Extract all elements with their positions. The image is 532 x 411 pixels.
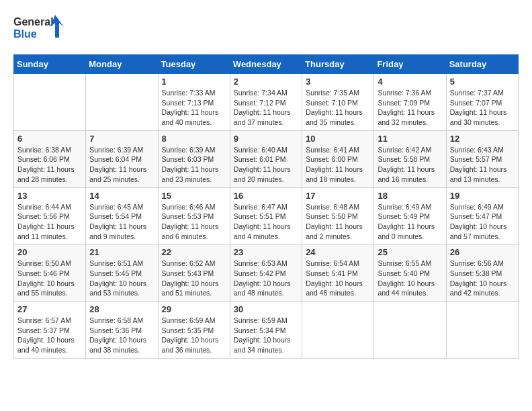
svg-text:Blue: Blue xyxy=(13,28,37,40)
day-number: 20 xyxy=(17,247,82,257)
day-info: Sunrise: 6:59 AM Sunset: 5:34 PM Dayligh… xyxy=(234,316,298,355)
calendar-cell: 4Sunrise: 7:36 AM Sunset: 7:09 PM Daylig… xyxy=(374,74,446,131)
day-info: Sunrise: 6:44 AM Sunset: 5:56 PM Dayligh… xyxy=(17,202,82,242)
weekday-header-saturday: Saturday xyxy=(446,55,518,74)
day-number: 23 xyxy=(234,247,298,257)
day-number: 4 xyxy=(378,77,442,87)
calendar-cell: 11Sunrise: 6:42 AM Sunset: 5:58 PM Dayli… xyxy=(374,130,446,187)
weekday-header-wednesday: Wednesday xyxy=(230,55,302,74)
calendar-cell: 20Sunrise: 6:50 AM Sunset: 5:46 PM Dayli… xyxy=(14,244,86,302)
day-number: 2 xyxy=(234,77,298,87)
calendar-cell: 3Sunrise: 7:35 AM Sunset: 7:10 PM Daylig… xyxy=(302,74,374,131)
calendar-cell: 27Sunrise: 6:57 AM Sunset: 5:37 PM Dayli… xyxy=(14,302,86,359)
day-number: 21 xyxy=(89,247,154,257)
day-number: 17 xyxy=(306,191,370,201)
calendar-cell xyxy=(86,74,158,131)
day-info: Sunrise: 6:56 AM Sunset: 5:38 PM Dayligh… xyxy=(450,259,515,298)
calendar-cell xyxy=(446,302,518,359)
week-row-2: 6Sunrise: 6:38 AM Sunset: 6:06 PM Daylig… xyxy=(14,130,519,187)
day-info: Sunrise: 6:39 AM Sunset: 6:04 PM Dayligh… xyxy=(89,145,154,185)
day-info: Sunrise: 6:59 AM Sunset: 5:35 PM Dayligh… xyxy=(162,316,226,355)
calendar-cell: 21Sunrise: 6:51 AM Sunset: 5:45 PM Dayli… xyxy=(86,244,158,302)
calendar-cell: 1Sunrise: 7:33 AM Sunset: 7:13 PM Daylig… xyxy=(158,74,230,131)
day-info: Sunrise: 6:38 AM Sunset: 6:06 PM Dayligh… xyxy=(17,145,82,185)
calendar-cell: 12Sunrise: 6:43 AM Sunset: 5:57 PM Dayli… xyxy=(446,130,518,187)
calendar-cell: 23Sunrise: 6:53 AM Sunset: 5:42 PM Dayli… xyxy=(230,244,302,302)
day-number: 5 xyxy=(450,77,515,87)
day-info: Sunrise: 6:46 AM Sunset: 5:53 PM Dayligh… xyxy=(162,202,226,242)
weekday-header-friday: Friday xyxy=(374,55,446,74)
calendar-cell: 8Sunrise: 6:39 AM Sunset: 6:03 PM Daylig… xyxy=(158,130,230,187)
calendar-cell: 28Sunrise: 6:58 AM Sunset: 5:36 PM Dayli… xyxy=(86,302,158,359)
week-row-3: 13Sunrise: 6:44 AM Sunset: 5:56 PM Dayli… xyxy=(14,187,519,244)
day-info: Sunrise: 6:41 AM Sunset: 6:00 PM Dayligh… xyxy=(306,145,370,185)
day-info: Sunrise: 6:50 AM Sunset: 5:46 PM Dayligh… xyxy=(17,259,82,298)
calendar-cell: 25Sunrise: 6:55 AM Sunset: 5:40 PM Dayli… xyxy=(374,244,446,302)
calendar-cell: 5Sunrise: 7:37 AM Sunset: 7:07 PM Daylig… xyxy=(446,74,518,131)
day-info: Sunrise: 6:53 AM Sunset: 5:42 PM Dayligh… xyxy=(234,259,298,298)
day-number: 12 xyxy=(450,134,515,144)
logo: GeneralBlue xyxy=(13,13,67,44)
day-number: 6 xyxy=(17,134,82,144)
calendar-cell: 30Sunrise: 6:59 AM Sunset: 5:34 PM Dayli… xyxy=(230,302,302,359)
calendar-cell xyxy=(14,74,86,131)
day-info: Sunrise: 7:37 AM Sunset: 7:07 PM Dayligh… xyxy=(450,88,515,128)
weekday-header-row: SundayMondayTuesdayWednesdayThursdayFrid… xyxy=(14,55,519,74)
day-number: 10 xyxy=(306,134,370,144)
day-info: Sunrise: 6:57 AM Sunset: 5:37 PM Dayligh… xyxy=(17,316,82,355)
weekday-header-tuesday: Tuesday xyxy=(158,55,230,74)
day-info: Sunrise: 6:58 AM Sunset: 5:36 PM Dayligh… xyxy=(89,316,154,355)
day-number: 7 xyxy=(89,134,154,144)
day-info: Sunrise: 6:42 AM Sunset: 5:58 PM Dayligh… xyxy=(378,145,442,185)
svg-text:General: General xyxy=(13,16,54,28)
week-row-5: 27Sunrise: 6:57 AM Sunset: 5:37 PM Dayli… xyxy=(14,302,519,359)
day-info: Sunrise: 6:47 AM Sunset: 5:51 PM Dayligh… xyxy=(234,202,298,242)
day-info: Sunrise: 6:43 AM Sunset: 5:57 PM Dayligh… xyxy=(450,145,515,185)
calendar-cell: 10Sunrise: 6:41 AM Sunset: 6:00 PM Dayli… xyxy=(302,130,374,187)
day-number: 27 xyxy=(17,304,82,314)
calendar-cell: 19Sunrise: 6:49 AM Sunset: 5:47 PM Dayli… xyxy=(446,187,518,244)
weekday-header-thursday: Thursday xyxy=(302,55,374,74)
day-number: 29 xyxy=(162,304,226,314)
day-number: 15 xyxy=(162,191,226,201)
day-number: 28 xyxy=(89,304,154,314)
day-info: Sunrise: 6:52 AM Sunset: 5:43 PM Dayligh… xyxy=(162,259,226,298)
day-number: 18 xyxy=(378,191,442,201)
calendar-cell: 22Sunrise: 6:52 AM Sunset: 5:43 PM Dayli… xyxy=(158,244,230,302)
day-info: Sunrise: 6:45 AM Sunset: 5:54 PM Dayligh… xyxy=(89,202,154,242)
day-number: 11 xyxy=(378,134,442,144)
day-info: Sunrise: 6:39 AM Sunset: 6:03 PM Dayligh… xyxy=(162,145,226,185)
calendar-cell xyxy=(302,302,374,359)
day-info: Sunrise: 6:55 AM Sunset: 5:40 PM Dayligh… xyxy=(378,259,442,298)
weekday-header-sunday: Sunday xyxy=(14,55,86,74)
calendar-table: SundayMondayTuesdayWednesdayThursdayFrid… xyxy=(13,54,519,359)
day-number: 25 xyxy=(378,247,442,257)
logo-svg: GeneralBlue xyxy=(13,13,67,44)
day-number: 24 xyxy=(306,247,370,257)
page-header: GeneralBlue xyxy=(13,13,519,44)
day-number: 1 xyxy=(162,77,226,87)
calendar-cell: 24Sunrise: 6:54 AM Sunset: 5:41 PM Dayli… xyxy=(302,244,374,302)
day-number: 14 xyxy=(89,191,154,201)
calendar-cell: 18Sunrise: 6:49 AM Sunset: 5:49 PM Dayli… xyxy=(374,187,446,244)
calendar-cell: 14Sunrise: 6:45 AM Sunset: 5:54 PM Dayli… xyxy=(86,187,158,244)
day-info: Sunrise: 7:34 AM Sunset: 7:12 PM Dayligh… xyxy=(234,88,298,128)
day-number: 9 xyxy=(234,134,298,144)
day-info: Sunrise: 7:36 AM Sunset: 7:09 PM Dayligh… xyxy=(378,88,442,128)
day-info: Sunrise: 6:40 AM Sunset: 6:01 PM Dayligh… xyxy=(234,145,298,185)
calendar-cell: 26Sunrise: 6:56 AM Sunset: 5:38 PM Dayli… xyxy=(446,244,518,302)
day-number: 19 xyxy=(450,191,515,201)
calendar-cell: 13Sunrise: 6:44 AM Sunset: 5:56 PM Dayli… xyxy=(14,187,86,244)
day-number: 3 xyxy=(306,77,370,87)
day-number: 26 xyxy=(450,247,515,257)
calendar-cell: 9Sunrise: 6:40 AM Sunset: 6:01 PM Daylig… xyxy=(230,130,302,187)
day-info: Sunrise: 6:49 AM Sunset: 5:47 PM Dayligh… xyxy=(450,202,515,242)
day-info: Sunrise: 6:51 AM Sunset: 5:45 PM Dayligh… xyxy=(89,259,154,298)
day-info: Sunrise: 7:35 AM Sunset: 7:10 PM Dayligh… xyxy=(306,88,370,128)
calendar-cell: 7Sunrise: 6:39 AM Sunset: 6:04 PM Daylig… xyxy=(86,130,158,187)
day-number: 16 xyxy=(234,191,298,201)
day-info: Sunrise: 6:49 AM Sunset: 5:49 PM Dayligh… xyxy=(378,202,442,242)
calendar-cell: 15Sunrise: 6:46 AM Sunset: 5:53 PM Dayli… xyxy=(158,187,230,244)
calendar-cell: 6Sunrise: 6:38 AM Sunset: 6:06 PM Daylig… xyxy=(14,130,86,187)
day-number: 22 xyxy=(162,247,226,257)
